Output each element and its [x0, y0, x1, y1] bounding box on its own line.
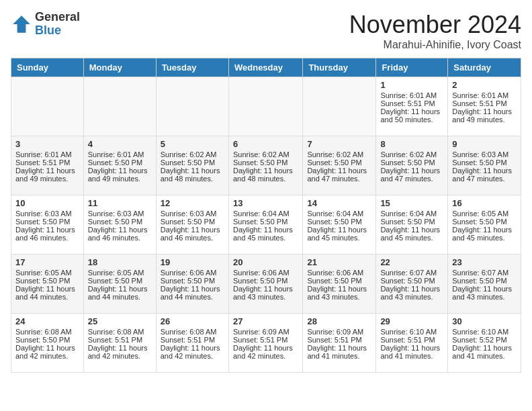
sunrise-text: Sunrise: 6:03 AM: [88, 210, 152, 218]
sunset-text: Sunset: 5:51 PM: [452, 99, 517, 107]
sunrise-text: Sunrise: 6:05 AM: [15, 269, 79, 277]
calendar-cell: 22Sunrise: 6:07 AMSunset: 5:50 PMDayligh…: [376, 255, 448, 314]
sunrise-text: Sunrise: 6:06 AM: [161, 269, 224, 277]
daylight-text: Daylight: 11 hours and 43 minutes.: [233, 285, 298, 301]
day-number: 10: [15, 198, 79, 208]
calendar-day-header: Sunday: [11, 58, 84, 77]
calendar-cell: 3Sunrise: 6:01 AMSunset: 5:51 PMDaylight…: [11, 136, 84, 195]
calendar-cell: 24Sunrise: 6:08 AMSunset: 5:50 PMDayligh…: [11, 314, 84, 373]
calendar-cell: 4Sunrise: 6:01 AMSunset: 5:50 PMDaylight…: [83, 136, 156, 195]
daylight-text: Daylight: 11 hours and 45 minutes.: [307, 226, 371, 242]
day-number: 12: [161, 198, 224, 208]
daylight-text: Daylight: 11 hours and 44 minutes.: [15, 285, 79, 301]
calendar-cell: 25Sunrise: 6:08 AMSunset: 5:51 PMDayligh…: [83, 314, 156, 373]
sunset-text: Sunset: 5:50 PM: [452, 158, 517, 167]
calendar-day-header: Tuesday: [156, 58, 228, 77]
calendar-cell: 27Sunrise: 6:09 AMSunset: 5:51 PMDayligh…: [228, 314, 302, 373]
sunrise-text: Sunrise: 6:05 AM: [88, 269, 152, 277]
calendar-cell: 20Sunrise: 6:06 AMSunset: 5:50 PMDayligh…: [228, 255, 302, 314]
day-number: 23: [452, 257, 517, 267]
calendar-cell: [303, 77, 376, 136]
sunset-text: Sunset: 5:50 PM: [452, 277, 517, 285]
day-number: 21: [307, 257, 371, 267]
calendar-cell: 12Sunrise: 6:03 AMSunset: 5:50 PMDayligh…: [156, 195, 228, 255]
day-number: 16: [452, 198, 517, 208]
daylight-text: Daylight: 11 hours and 42 minutes.: [161, 344, 224, 360]
logo: General Blue: [11, 11, 80, 38]
day-number: 6: [233, 139, 298, 149]
sunset-text: Sunset: 5:51 PM: [88, 336, 152, 344]
day-number: 7: [307, 139, 371, 149]
calendar-cell: 5Sunrise: 6:02 AMSunset: 5:50 PMDaylight…: [156, 136, 228, 195]
day-number: 4: [88, 139, 152, 149]
day-number: 29: [380, 316, 443, 326]
calendar-cell: [156, 77, 228, 136]
daylight-text: Daylight: 11 hours and 43 minutes.: [307, 285, 371, 301]
calendar-header: SundayMondayTuesdayWednesdayThursdayFrid…: [11, 58, 521, 77]
sunset-text: Sunset: 5:51 PM: [380, 99, 443, 107]
sunrise-text: Sunrise: 6:04 AM: [307, 210, 371, 218]
sunset-text: Sunset: 5:50 PM: [161, 277, 224, 285]
calendar-cell: 14Sunrise: 6:04 AMSunset: 5:50 PMDayligh…: [303, 195, 376, 255]
sunrise-text: Sunrise: 6:02 AM: [380, 150, 443, 158]
day-number: 8: [380, 139, 443, 149]
sunset-text: Sunset: 5:50 PM: [15, 218, 79, 226]
calendar-day-header: Thursday: [303, 58, 376, 77]
logo-icon: [11, 13, 32, 35]
calendar-table: SundayMondayTuesdayWednesdayThursdayFrid…: [11, 58, 521, 373]
page-header: General Blue November 2024 Marahui-Ahini…: [11, 11, 521, 51]
day-number: 20: [233, 257, 298, 267]
location-text: Marahui-Ahinifie, Ivory Coast: [349, 39, 521, 51]
day-number: 24: [15, 316, 79, 326]
sunrise-text: Sunrise: 6:09 AM: [233, 328, 298, 336]
calendar-cell: 21Sunrise: 6:06 AMSunset: 5:50 PMDayligh…: [303, 255, 376, 314]
day-number: 15: [380, 198, 443, 208]
logo-blue-text: Blue: [35, 24, 61, 37]
sunset-text: Sunset: 5:50 PM: [88, 158, 152, 167]
calendar-body: 1Sunrise: 6:01 AMSunset: 5:51 PMDaylight…: [11, 77, 521, 373]
sunset-text: Sunset: 5:50 PM: [88, 277, 152, 285]
sunset-text: Sunset: 5:50 PM: [380, 218, 443, 226]
daylight-text: Daylight: 11 hours and 49 minutes.: [15, 167, 79, 183]
sunset-text: Sunset: 5:50 PM: [452, 218, 517, 226]
sunrise-text: Sunrise: 6:04 AM: [233, 210, 298, 218]
calendar-cell: 10Sunrise: 6:03 AMSunset: 5:50 PMDayligh…: [11, 195, 84, 255]
sunset-text: Sunset: 5:50 PM: [233, 277, 298, 285]
daylight-text: Daylight: 11 hours and 47 minutes.: [452, 167, 517, 183]
day-number: 28: [307, 316, 371, 326]
day-number: 25: [88, 316, 152, 326]
calendar-day-header: Monday: [83, 58, 156, 77]
sunrise-text: Sunrise: 6:06 AM: [233, 269, 298, 277]
sunrise-text: Sunrise: 6:07 AM: [380, 269, 443, 277]
calendar-day-header: Friday: [376, 58, 448, 77]
calendar-week-row: 10Sunrise: 6:03 AMSunset: 5:50 PMDayligh…: [11, 195, 521, 255]
title-block: November 2024 Marahui-Ahinifie, Ivory Co…: [349, 11, 521, 51]
calendar-cell: 6Sunrise: 6:02 AMSunset: 5:50 PMDaylight…: [228, 136, 302, 195]
day-number: 17: [15, 257, 79, 267]
daylight-text: Daylight: 11 hours and 42 minutes.: [15, 344, 79, 360]
sunrise-text: Sunrise: 6:08 AM: [15, 328, 79, 336]
calendar-cell: 8Sunrise: 6:02 AMSunset: 5:50 PMDaylight…: [376, 136, 448, 195]
sunset-text: Sunset: 5:50 PM: [15, 277, 79, 285]
calendar-cell: 7Sunrise: 6:02 AMSunset: 5:50 PMDaylight…: [303, 136, 376, 195]
sunset-text: Sunset: 5:51 PM: [15, 158, 79, 167]
daylight-text: Daylight: 11 hours and 44 minutes.: [161, 285, 224, 301]
sunset-text: Sunset: 5:50 PM: [307, 158, 371, 167]
daylight-text: Daylight: 11 hours and 43 minutes.: [452, 285, 517, 301]
sunset-text: Sunset: 5:50 PM: [307, 277, 371, 285]
calendar-cell: [228, 77, 302, 136]
sunrise-text: Sunrise: 6:01 AM: [88, 150, 152, 158]
sunrise-text: Sunrise: 6:02 AM: [161, 150, 224, 158]
sunrise-text: Sunrise: 6:09 AM: [307, 328, 371, 336]
sunrise-text: Sunrise: 6:03 AM: [452, 150, 517, 158]
calendar-week-row: 24Sunrise: 6:08 AMSunset: 5:50 PMDayligh…: [11, 314, 521, 373]
sunset-text: Sunset: 5:50 PM: [380, 277, 443, 285]
daylight-text: Daylight: 11 hours and 41 minutes.: [452, 344, 517, 360]
sunrise-text: Sunrise: 6:10 AM: [380, 328, 443, 336]
day-number: 1: [380, 80, 443, 90]
sunrise-text: Sunrise: 6:10 AM: [452, 328, 517, 336]
sunset-text: Sunset: 5:51 PM: [233, 336, 298, 344]
calendar-cell: 28Sunrise: 6:09 AMSunset: 5:51 PMDayligh…: [303, 314, 376, 373]
calendar-week-row: 1Sunrise: 6:01 AMSunset: 5:51 PMDaylight…: [11, 77, 521, 136]
day-number: 19: [161, 257, 224, 267]
